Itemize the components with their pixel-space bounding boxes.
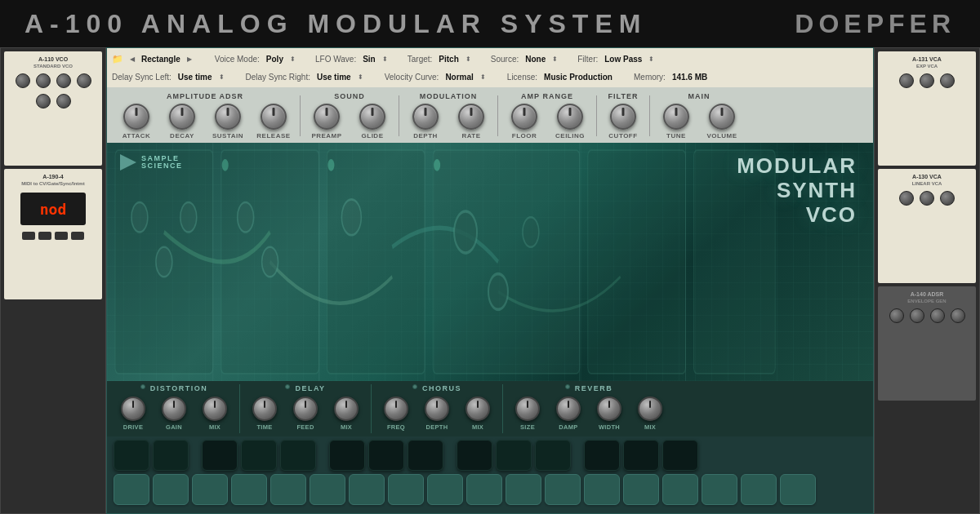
pad-1-10[interactable] [496, 440, 532, 471]
main-group: MAIN TUNE VOLUME [655, 92, 743, 140]
attack-knob[interactable] [123, 104, 149, 130]
pad-2-10[interactable] [466, 474, 502, 505]
pad-2-15[interactable] [662, 474, 698, 505]
glide-knob[interactable] [359, 104, 385, 130]
pad-1-9[interactable] [457, 440, 492, 471]
delay-sync-right-value[interactable]: Use time [317, 73, 351, 82]
filter-knob-label: FILTER [608, 92, 639, 100]
voice-mode-value[interactable]: Poly [266, 55, 283, 64]
pad-2-8[interactable] [388, 474, 424, 505]
side-knob[interactable] [56, 94, 71, 109]
pad-1-1[interactable] [114, 440, 149, 471]
side-knob[interactable] [889, 308, 904, 323]
pad-2-5[interactable] [270, 474, 306, 505]
cutoff-knob[interactable] [610, 104, 636, 130]
rate-knob[interactable] [458, 104, 484, 130]
source-value[interactable]: None [525, 55, 546, 64]
drive-knob[interactable] [121, 397, 145, 421]
side-knob[interactable] [56, 73, 71, 88]
pad-2-4[interactable] [231, 474, 267, 505]
pad-1-8[interactable] [408, 440, 443, 471]
volume-knob[interactable] [709, 104, 735, 130]
side-button[interactable] [22, 232, 35, 240]
chorus-mix-knob[interactable] [466, 397, 490, 421]
pad-2-3[interactable] [192, 474, 228, 505]
ceiling-knob[interactable] [557, 104, 583, 130]
filter-value[interactable]: Low Pass [604, 55, 642, 64]
side-knob[interactable] [36, 94, 51, 109]
reverb-damp-knob[interactable] [556, 397, 581, 421]
pad-2-1[interactable] [114, 474, 149, 505]
depth-knob[interactable] [412, 104, 439, 130]
pad-2-6[interactable] [310, 474, 345, 505]
chorus-group: CHORUS FREQ DEPTH MIX [376, 384, 497, 431]
side-knob[interactable] [920, 191, 934, 206]
pad-2-18[interactable] [780, 474, 816, 505]
delay-led[interactable] [285, 384, 290, 389]
delay-sync-left-value[interactable]: Use time [178, 73, 212, 82]
pad-2-2[interactable] [153, 474, 189, 505]
delay-mix-knob[interactable] [334, 397, 359, 421]
nav-forward-icon[interactable]: ▶ [187, 55, 192, 63]
pad-1-11[interactable] [535, 440, 571, 471]
side-knob[interactable] [951, 308, 965, 323]
pad-1-6[interactable] [329, 440, 365, 471]
pad-2-11[interactable] [506, 474, 541, 505]
side-knob[interactable] [36, 73, 51, 88]
side-knob[interactable] [899, 73, 914, 88]
pad-2-16[interactable] [702, 474, 737, 505]
side-knob[interactable] [899, 191, 914, 206]
pad-1-12[interactable] [584, 440, 620, 471]
dist-mix-knob[interactable] [203, 397, 227, 421]
chorus-led[interactable] [412, 384, 417, 389]
pad-1-5[interactable] [280, 440, 316, 471]
target-value[interactable]: Pitch [439, 55, 458, 64]
distortion-led[interactable] [140, 384, 145, 389]
lfo-wave-value[interactable]: Sin [363, 55, 376, 64]
decay-knob[interactable] [169, 104, 195, 130]
pad-1-13[interactable] [623, 440, 659, 471]
filter-group: FILTER CUTOFF [602, 92, 644, 140]
velocity-curve-value[interactable]: Normal [445, 73, 473, 82]
pad-2-12[interactable] [545, 474, 581, 505]
pad-1-14[interactable] [662, 440, 698, 471]
sustain-knob[interactable] [215, 104, 241, 130]
pad-1-7[interactable] [368, 440, 404, 471]
side-button[interactable] [71, 232, 84, 240]
side-knob[interactable] [16, 73, 30, 88]
reverb-size-knob[interactable] [515, 397, 540, 421]
release-knob[interactable] [261, 104, 287, 130]
pad-1-2[interactable] [153, 440, 189, 471]
delay-time-knob[interactable] [252, 397, 277, 421]
side-button[interactable] [38, 232, 51, 240]
svg-point-10 [262, 247, 278, 277]
side-knob[interactable] [940, 191, 955, 206]
reverb-mix-knob[interactable] [638, 397, 662, 421]
side-knob[interactable] [910, 308, 924, 323]
pad-1-3[interactable] [202, 440, 238, 471]
tune-knob[interactable] [663, 104, 689, 130]
side-knob[interactable] [940, 73, 955, 88]
side-knob[interactable] [930, 308, 945, 323]
reverb-led[interactable] [565, 384, 570, 389]
license-value[interactable]: Music Production [544, 73, 612, 82]
floor-knob[interactable] [511, 104, 537, 130]
chorus-depth-knob[interactable] [425, 397, 449, 421]
side-button[interactable] [55, 232, 68, 240]
preset-name[interactable]: Rectangle [141, 55, 180, 64]
pad-2-13[interactable] [584, 474, 620, 505]
delay-feed-knob[interactable] [293, 397, 318, 421]
reverb-width-knob[interactable] [597, 397, 621, 421]
side-knob[interactable] [77, 73, 91, 88]
pad-2-17[interactable] [741, 474, 777, 505]
preamp-knob[interactable] [314, 104, 340, 130]
side-knob[interactable] [920, 73, 934, 88]
chorus-mix-label: MIX [472, 423, 483, 431]
nav-back-icon[interactable]: ◀ [130, 55, 135, 63]
chorus-freq-knob[interactable] [384, 397, 408, 421]
pad-2-14[interactable] [623, 474, 659, 505]
pad-2-9[interactable] [427, 474, 463, 505]
pad-1-4[interactable] [241, 440, 277, 471]
pad-2-7[interactable] [349, 474, 385, 505]
dist-gain-knob[interactable] [162, 397, 186, 421]
